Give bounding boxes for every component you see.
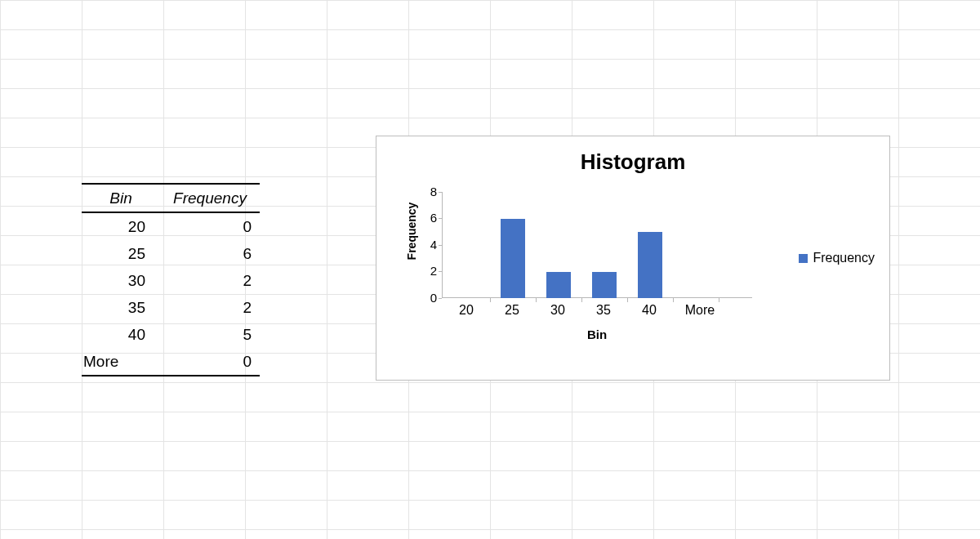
chart-title: Histogram bbox=[376, 149, 889, 175]
table-header-row: Bin Frequency bbox=[82, 183, 260, 213]
table-row[interactable]: 25 6 bbox=[82, 240, 260, 267]
y-tick-mark bbox=[439, 271, 442, 272]
x-tick-label: 20 bbox=[450, 303, 483, 318]
cell-freq[interactable]: 2 bbox=[160, 272, 260, 290]
cell-bin[interactable]: 40 bbox=[82, 326, 160, 344]
y-tick-mark bbox=[439, 245, 442, 246]
cell-bin[interactable]: 30 bbox=[82, 272, 160, 290]
plot-area: 0 2 4 6 8 20 2 bbox=[442, 192, 752, 298]
x-tick-label: 40 bbox=[633, 303, 666, 318]
y-tick-mark bbox=[439, 298, 442, 299]
col-header-bin: Bin bbox=[82, 189, 160, 207]
x-tick-label: 25 bbox=[496, 303, 528, 318]
table-row[interactable]: 30 2 bbox=[82, 267, 260, 294]
x-tick-mark bbox=[490, 298, 491, 302]
frequency-table[interactable]: Bin Frequency 20 0 25 6 30 2 35 2 40 5 M… bbox=[82, 183, 260, 376]
bar bbox=[501, 219, 525, 298]
x-tick-mark bbox=[627, 298, 628, 302]
histogram-chart[interactable]: Histogram 0 2 4 6 8 bbox=[376, 136, 890, 381]
bar bbox=[638, 232, 662, 298]
x-tick-mark bbox=[536, 298, 537, 302]
table-row[interactable]: 40 5 bbox=[82, 321, 260, 348]
cell-bin[interactable]: 20 bbox=[82, 218, 160, 236]
x-tick-mark bbox=[719, 298, 719, 302]
spreadsheet-view[interactable]: Bin Frequency 20 0 25 6 30 2 35 2 40 5 M… bbox=[0, 0, 980, 539]
y-axis-label: Frequency bbox=[405, 203, 418, 261]
y-tick-label: 0 bbox=[411, 293, 437, 303]
y-tick-mark bbox=[439, 192, 442, 193]
x-tick-mark bbox=[673, 298, 674, 302]
table-row[interactable]: 35 2 bbox=[82, 294, 260, 321]
cell-freq[interactable]: 5 bbox=[160, 326, 260, 344]
legend-swatch-icon bbox=[799, 254, 808, 263]
y-tick-mark bbox=[439, 218, 442, 219]
y-axis bbox=[442, 192, 443, 298]
cell-bin[interactable]: 35 bbox=[82, 299, 160, 317]
cell-freq[interactable]: 2 bbox=[160, 299, 260, 317]
col-header-freq: Frequency bbox=[160, 189, 260, 207]
x-tick-mark bbox=[581, 298, 582, 302]
cell-freq[interactable]: 6 bbox=[160, 245, 260, 263]
cell-bin[interactable]: More bbox=[82, 353, 160, 371]
y-tick-label: 2 bbox=[411, 266, 437, 276]
cell-freq[interactable]: 0 bbox=[160, 353, 260, 371]
cell-freq[interactable]: 0 bbox=[160, 218, 260, 236]
y-tick-label: 8 bbox=[411, 187, 437, 197]
legend-label: Frequency bbox=[813, 251, 875, 265]
x-tick-label: 35 bbox=[587, 303, 620, 318]
table-row[interactable]: More 0 bbox=[82, 348, 260, 376]
cell-bin[interactable]: 25 bbox=[82, 245, 160, 263]
x-tick-label: 30 bbox=[541, 303, 574, 318]
bar bbox=[592, 272, 617, 298]
x-axis-label: Bin bbox=[442, 327, 752, 341]
legend: Frequency bbox=[799, 251, 875, 265]
x-tick-label: More bbox=[675, 303, 724, 318]
table-row[interactable]: 20 0 bbox=[82, 213, 260, 240]
bar bbox=[546, 272, 571, 298]
